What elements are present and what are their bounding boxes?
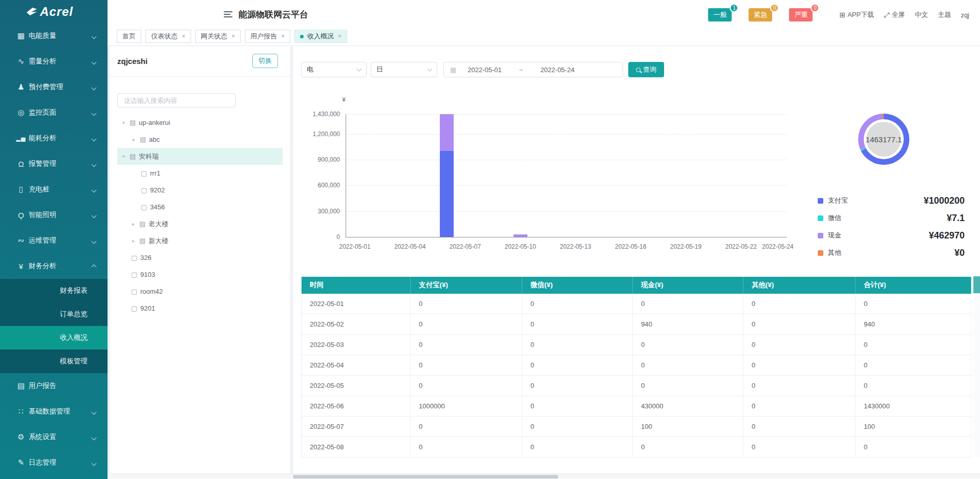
income-table-wrap: 时间支付宝(¥)微信(¥)现金(¥)其他(¥)合计(¥) 2022-05-010…: [301, 276, 971, 458]
sidebar-item-label: 监控页面: [29, 108, 56, 117]
income-legend: 支付宝¥1000200微信¥7.1现金¥462970其他¥0: [818, 192, 965, 262]
tree-node-old-building[interactable]: ▸▤老大楼: [117, 215, 283, 232]
tree-node-label: 9201: [140, 304, 155, 312]
sidebar-item-template-management[interactable]: 模板管理: [0, 350, 108, 373]
legend-color-swatch: [818, 215, 823, 221]
tree-node-9202[interactable]: ▢9202: [117, 182, 283, 199]
energy-type-select[interactable]: 电: [301, 62, 367, 77]
data-nodes-icon: ∷: [15, 407, 27, 416]
tree-node-abc[interactable]: ▸▤abc: [117, 131, 283, 148]
gridline: [346, 160, 787, 160]
toolbar-link-label: 中文: [914, 10, 928, 19]
toolbar-user[interactable]: zqj: [961, 11, 969, 19]
income-donut-chart: 1463177.1: [858, 114, 909, 165]
date-range-picker[interactable]: ▦ 2022-05-01 ~ 2022-05-24: [443, 62, 623, 77]
tree-node-label: 9202: [150, 186, 165, 194]
table-header-cell: 时间: [302, 277, 411, 294]
close-icon[interactable]: ×: [182, 33, 185, 40]
tree-node-9103[interactable]: ▢9103: [117, 266, 283, 283]
tree-node-label: 老大楼: [148, 220, 168, 229]
table-cell: 0: [743, 335, 856, 355]
app-logo[interactable]: Acrel: [0, 0, 108, 23]
sidebar-item-energy-analysis[interactable]: ▂▅能耗分析: [0, 125, 108, 151]
tree-node-new-building[interactable]: ▸▤新大楼: [117, 232, 283, 249]
sidebar-item-user-report-menu[interactable]: ▤用户报告: [0, 373, 108, 399]
tree-search-input[interactable]: [117, 93, 236, 107]
table-cell: 940: [633, 314, 743, 335]
tree-node-up-ankerui[interactable]: ▾▤up-ankerui: [117, 114, 283, 131]
table-row: 2022-05-0400000: [302, 355, 971, 376]
sidebar-item-ops-management[interactable]: ∾运维管理: [0, 228, 108, 253]
table-cell: 0: [856, 294, 971, 314]
tree-node-3456[interactable]: ▢3456: [117, 199, 283, 215]
sidebar-item-prepaid-fee[interactable]: ♟预付费管理: [0, 74, 108, 100]
table-cell: 0: [856, 376, 971, 396]
toolbar-fullscreen[interactable]: ⤢全屏: [884, 10, 905, 19]
sidebar-item-smart-lighting[interactable]: Ϙ智能照明: [0, 202, 108, 228]
arrow-collapsed-icon[interactable]: ▸: [132, 238, 139, 244]
collapse-menu-icon[interactable]: [224, 11, 232, 19]
tree-node-9201[interactable]: ▢9201: [117, 300, 283, 317]
chevron-down-icon: [92, 109, 96, 117]
toolbar-theme[interactable]: 主题: [938, 10, 951, 19]
legend-row-现金[interactable]: 现金¥462970: [818, 227, 965, 244]
alarm-badge-general[interactable]: 一般1: [708, 8, 732, 21]
sidebar-item-finance-report[interactable]: 财务报表: [0, 279, 108, 302]
table-cell: 0: [743, 437, 856, 458]
sidebar-item-monitor-page[interactable]: ◎监控页面: [0, 100, 108, 125]
horizontal-scrollbar-thumb[interactable]: [293, 475, 558, 478]
sidebar-item-basic-data[interactable]: ∷基础数据管理: [0, 399, 108, 424]
table-cell: 100: [633, 417, 743, 437]
sidebar-item-order-overview[interactable]: 订单总览: [0, 302, 108, 326]
switch-project-button[interactable]: 切换: [252, 54, 278, 68]
tab-user-report[interactable]: 用户报告×: [245, 30, 290, 43]
sidebar-item-demand-analysis[interactable]: ∿需量分析: [0, 49, 108, 74]
acrel-logo-icon: [27, 8, 37, 15]
sidebar-item-log-management[interactable]: ✎日志管理: [0, 450, 108, 475]
tab-gateway-status[interactable]: 网关状态×: [195, 30, 241, 43]
top-right-toolbar: 一般1紧急0严重0⊞APP下载⤢全屏中文主题zqj: [708, 0, 969, 30]
table-body: 2022-05-01000002022-05-020094009402022-0…: [302, 294, 971, 458]
tree-node-room42[interactable]: ▢room42: [117, 283, 283, 300]
tree-node-326[interactable]: ▢326: [117, 249, 283, 266]
sidebar-item-charging-pile[interactable]: ▯充电桩: [0, 177, 108, 202]
period-select[interactable]: 日: [371, 62, 437, 77]
arrow-collapsed-icon[interactable]: ▸: [133, 137, 140, 142]
tree-node-ankerui[interactable]: ▾▤安科瑞: [117, 148, 283, 165]
tab-meter-status[interactable]: 仪表状态×: [145, 30, 191, 43]
tab-label: 网关状态: [201, 32, 227, 41]
close-icon[interactable]: ×: [338, 33, 342, 40]
arrow-collapsed-icon[interactable]: ▸: [132, 221, 139, 227]
tab-income-overview[interactable]: 收入概况×: [294, 30, 347, 43]
tab-home[interactable]: 首页: [117, 30, 141, 43]
tab-label: 用户报告: [250, 32, 277, 41]
sidebar-item-income-overview[interactable]: 收入概况: [0, 326, 108, 350]
query-button[interactable]: 查询: [628, 62, 664, 77]
gridline: [346, 185, 787, 186]
yuan-chart-icon: ¥: [15, 262, 27, 271]
legend-value: ¥1000200: [924, 195, 965, 206]
legend-label: 其他: [828, 248, 841, 257]
alarm-badge-critical[interactable]: 严重0: [789, 8, 813, 21]
legend-row-微信[interactable]: 微信¥7.1: [818, 209, 965, 227]
table-vertical-scrollbar[interactable]: [973, 276, 980, 457]
table-row: 2022-05-0500000: [302, 376, 971, 396]
close-icon[interactable]: ×: [231, 33, 235, 40]
alarm-badge-urgent[interactable]: 紧急0: [749, 8, 772, 21]
toolbar-app-download[interactable]: ⊞APP下载: [839, 10, 874, 19]
table-header-cell: 现金(¥): [633, 277, 743, 294]
arrow-expanded-icon[interactable]: ▾: [122, 120, 130, 125]
horizontal-scrollbar[interactable]: [109, 473, 980, 479]
legend-row-支付宝[interactable]: 支付宝¥1000200: [818, 192, 965, 209]
sidebar-item-power-quality[interactable]: ▦电能质量: [0, 23, 108, 49]
tree-node-rrr1[interactable]: ▢rrr1: [117, 165, 283, 182]
toolbar-language[interactable]: 中文: [914, 10, 928, 19]
alarm-count-badge: 0: [770, 4, 779, 12]
arrow-expanded-icon[interactable]: ▾: [122, 154, 130, 159]
sidebar-item-finance-analysis[interactable]: ¥财务分析: [0, 253, 108, 279]
legend-row-其他[interactable]: 其他¥0: [818, 244, 965, 262]
sidebar-item-system-settings[interactable]: ⚙系统设置: [0, 424, 108, 450]
sidebar-item-alarm-management[interactable]: Ω报警管理: [0, 151, 108, 177]
close-icon[interactable]: ×: [281, 33, 285, 40]
toolbar-link-label: APP下载: [847, 10, 874, 19]
